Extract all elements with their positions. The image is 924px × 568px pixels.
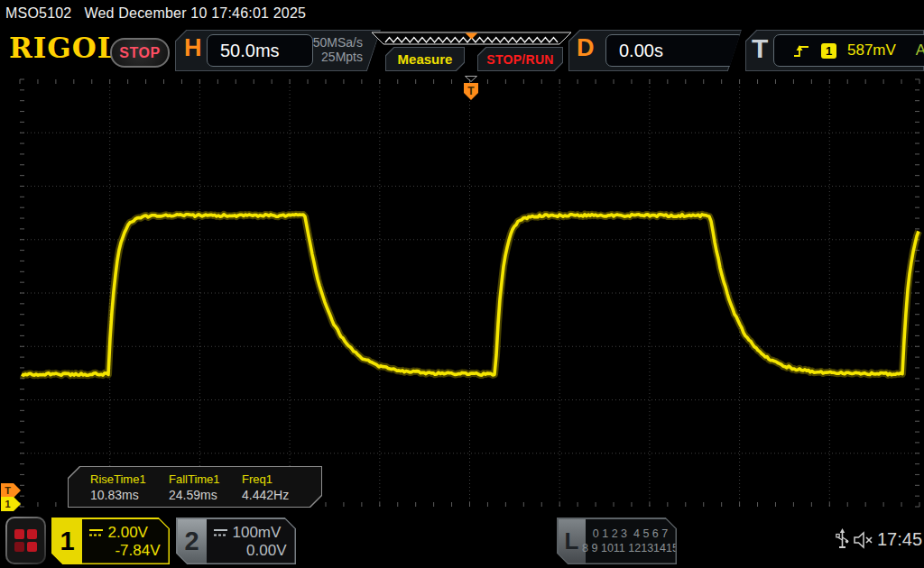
channel1-scale: 2.00V [108,524,148,542]
dc-coupling-icon [213,527,228,537]
windows-grid-square [14,529,24,539]
run-state-label: STOP [119,45,160,61]
memory-depth: 25Mpts [301,50,363,64]
logic-row-low: 0 1 2 3 4 5 6 7 [593,527,668,540]
measurement-item[interactable]: RiseTime1 10.83ms [90,467,169,507]
measurement-value: 4.442Hz [242,488,321,502]
trigger-level-value: 587mV [847,41,896,60]
svg-text:1: 1 [5,499,10,509]
svg-text:T: T [467,85,475,97]
rigol-logo: RIGOL [9,32,118,64]
channel2-body: 100mV 0.00V [207,519,295,563]
measurement-label: FallTime1 [169,472,242,486]
stop-run-button-label: STOP/RUN [478,48,562,70]
delay-value[interactable]: 0.00s [605,34,744,67]
measurement-value: 24.59ms [169,488,242,502]
windows-menu-button[interactable] [5,517,46,564]
windows-grid-square [14,542,24,552]
channel1-body: 2.00V -7.84V [82,519,169,563]
bottom-bar: 1 2.00V -7.84V 2 [0,514,924,568]
windows-grid-icon [7,518,44,563]
dc-coupling-icon [88,527,104,537]
trigger-mode: A [916,41,924,60]
model-name: MSO5102 [5,5,71,21]
delay-panel[interactable]: D 0.00s [568,30,742,71]
channel1-wrap: 1 2.00V -7.84V [53,519,169,563]
logic-wrap: L 0 1 2 3 4 5 6 7 8 9 1011 12131415 [559,519,676,563]
titlebar: MSO5102Wed December 10 17:46:01 2025 [5,5,306,22]
svg-text:T: T [5,485,11,496]
clock-display: 17:45 [877,529,922,550]
trigger-panel[interactable]: T 1 587mV A [745,30,924,71]
speaker-muted-icon [854,531,875,549]
delay-label: D [577,34,595,62]
channel2-scale: 100mV [233,524,282,542]
usb-icon [836,528,849,552]
logic-body: 0 1 2 3 4 5 6 7 8 9 1011 12131415 [586,519,676,563]
measurement-panel[interactable]: RiseTime1 10.83ms FallTime1 24.59ms Freq… [68,466,322,508]
stop-run-button[interactable]: STOP/RUN [477,47,563,71]
channel2-box[interactable]: 2 100mV 0.00V [176,518,296,564]
datetime-text: Wed December 10 17:46:01 2025 [84,5,306,21]
acquisition-rates: 50MSa/s 25Mpts [301,35,363,64]
windows-grid-square [27,542,37,552]
run-state-indicator: STOP [110,38,170,68]
measurement-item[interactable]: FallTime1 24.59ms [169,467,242,507]
logic-label: L [559,519,586,563]
channel1-box[interactable]: 1 2.00V -7.84V [51,518,170,564]
oscilloscope-screen: MSO5102Wed December 10 17:46:01 2025 TT1… [0,0,924,568]
header-bar: RIGOL STOP H 50.0ms 50MSa/s 25Mpts Measu… [0,30,924,71]
logic-channels-box[interactable]: L 0 1 2 3 4 5 6 7 8 9 1011 12131415 [557,518,677,564]
trigger-value-box[interactable]: 1 587mV A [773,34,924,67]
measurement-value: 10.83ms [90,488,169,502]
trigger-source-badge: 1 [821,43,836,59]
timebase-value[interactable]: 50.0ms [207,34,313,67]
windows-grid-square [27,529,37,539]
measurement-label: Freq1 [242,472,321,486]
sample-rate: 50MSa/s [301,35,363,50]
measurement-item[interactable]: Freq1 4.442Hz [242,467,321,507]
channel1-offset: -7.84V [115,542,160,560]
channel2-number: 2 [178,519,207,563]
channel1-number: 1 [53,519,82,563]
measure-button-label: Measure [386,48,464,70]
horizontal-panel[interactable]: H 50.0ms 50MSa/s 25Mpts [175,30,381,71]
horizontal-label: H [184,34,202,62]
channel2-offset: 0.00V [246,542,286,560]
rising-edge-icon [792,42,810,59]
measurement-label: RiseTime1 [90,472,169,486]
measurement-panel-bg: RiseTime1 10.83ms FallTime1 24.59ms Freq… [69,467,321,507]
measure-button[interactable]: Measure [385,47,465,71]
logic-row-high: 8 9 1011 12131415 [582,542,679,554]
trigger-label: T [752,33,768,64]
channel2-wrap: 2 100mV 0.00V [178,519,295,563]
